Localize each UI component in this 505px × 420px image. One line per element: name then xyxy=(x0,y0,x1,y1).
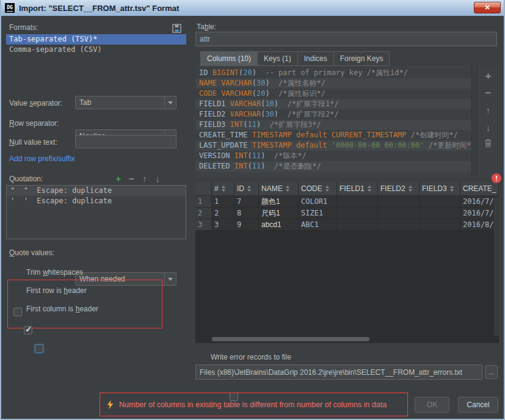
grid-header-name[interactable]: NAME xyxy=(259,182,299,195)
value-separator-label: Value separator: xyxy=(9,99,62,107)
add-icon[interactable]: + xyxy=(483,70,494,82)
grid-cell[interactable]: 8 xyxy=(234,208,259,219)
trim-whitespaces-label: Trim whitespaces xyxy=(26,268,83,277)
grid-cell[interactable]: abcd1 xyxy=(259,219,299,230)
column-ddl-row[interactable]: CODE VARCHAR(20) /*属性标识*/ xyxy=(195,89,471,99)
column-ddl-row[interactable]: VERSION INT(11) /*版本*/ xyxy=(195,151,471,161)
add-row-prefix-suffix-link[interactable]: Add row prefix/suffix xyxy=(9,154,75,163)
grid-header-field2[interactable]: FIELD2 xyxy=(378,182,420,195)
add-icon[interactable]: + xyxy=(113,173,124,184)
grid-vertical-scrollbar[interactable] xyxy=(494,197,499,336)
tab-keys-1-[interactable]: Keys (1) xyxy=(258,51,298,66)
vertical-scrollbar[interactable] xyxy=(471,66,478,177)
window-title: Import: "SELECT__FROM_attr.tsv" Format xyxy=(19,4,179,13)
table-structure-tabs: Columns (10)Keys (1)IndicesForeign Keys xyxy=(200,51,390,66)
data-preview-grid: #IDNAMECODEFIELD1FIELD2FIELD3CREATE_ 117… xyxy=(195,182,499,343)
table-name-input[interactable]: attr xyxy=(195,32,497,46)
column-ddl-row[interactable]: LAST_UPDATE TIMESTAMP default '0000-00-0… xyxy=(195,140,471,151)
grid-cell[interactable] xyxy=(337,219,378,230)
sort-icon xyxy=(286,186,289,192)
dialog-body: Formats: Tab-separated (TSV)*Comma-separ… xyxy=(1,16,504,419)
close-button[interactable]: ✕ xyxy=(474,2,501,13)
tab-foreign-keys[interactable]: Foreign Keys xyxy=(334,51,390,66)
grid-corner xyxy=(195,182,212,195)
columns-toolbar: + − ↑ ↓ xyxy=(478,66,499,177)
move-up-icon[interactable]: ↑ xyxy=(139,173,150,184)
chevron-down-icon xyxy=(164,96,176,109)
column-ddl-row[interactable]: FIELD2 VARCHAR(30) /*扩展字段2*/ xyxy=(195,109,471,120)
move-up-icon[interactable]: ↑ xyxy=(483,104,494,117)
save-format-icon[interactable] xyxy=(172,24,181,33)
grid-cell[interactable] xyxy=(378,208,420,219)
grid-cell[interactable]: ABC1 xyxy=(299,219,337,230)
grid-horizontal-scrollbar[interactable] xyxy=(195,336,499,342)
first-column-header-checkbox[interactable] xyxy=(35,344,43,353)
grid-cell[interactable] xyxy=(337,208,378,219)
grid-header-row: #IDNAMECODEFIELD1FIELD2FIELD3CREATE_ xyxy=(195,182,499,196)
column-ddl-row[interactable]: FIELD1 VARCHAR(10) /*扩展字段1*/ xyxy=(195,99,471,109)
chevron-down-icon xyxy=(164,273,176,285)
cancel-button[interactable]: Cancel xyxy=(458,397,498,413)
grid-cell[interactable] xyxy=(420,219,460,230)
ok-button[interactable]: OK xyxy=(415,397,449,413)
sort-icon xyxy=(409,186,412,192)
scrollbar-thumb[interactable] xyxy=(212,337,369,341)
value-separator-select[interactable]: Tab xyxy=(75,96,176,109)
grid-cell[interactable] xyxy=(378,219,420,230)
error-file-path-input[interactable]: Files (x86)\JetBrains\DataGrip 2016.2\jr… xyxy=(195,364,482,380)
table-label: Table: xyxy=(197,23,216,31)
grid-cell[interactable]: 7 xyxy=(234,196,259,207)
value-separator-value: Tab xyxy=(79,98,91,107)
remove-icon[interactable]: − xyxy=(126,173,137,184)
grid-cell[interactable]: 3 xyxy=(212,219,234,230)
format-option[interactable]: Comma-separated (CSV) xyxy=(6,45,186,55)
grid-cell[interactable] xyxy=(420,208,460,219)
grid-cell[interactable]: 2016/7/ xyxy=(460,208,499,219)
tab-columns-10-[interactable]: Columns (10) xyxy=(200,51,258,66)
grid-cell[interactable]: 尺码1 xyxy=(259,208,299,219)
quotation-label: Quotation: xyxy=(9,175,43,183)
column-ddl-row[interactable]: ID BIGINT(20) -- part of primary key /*属… xyxy=(195,68,471,78)
column-ddl-row[interactable]: CREATE_TIME TIMESTAMP default CURRENT_TI… xyxy=(195,130,471,140)
title-bar[interactable]: DG Import: "SELECT__FROM_attr.tsv" Forma… xyxy=(0,0,505,16)
quotation-rule[interactable]: " " Escape: duplicate xyxy=(7,186,186,196)
grid-cell[interactable] xyxy=(337,196,378,207)
grid-cell[interactable]: 颜色1 xyxy=(259,196,299,207)
grid-header-code[interactable]: CODE xyxy=(299,182,337,195)
tab-indices[interactable]: Indices xyxy=(298,51,334,66)
null-value-input[interactable] xyxy=(75,135,176,148)
row-number: 2 xyxy=(195,208,212,219)
grid-cell[interactable]: 9 xyxy=(234,219,259,230)
first-row-header-label: First row is header xyxy=(26,286,87,295)
grid-header-create[interactable]: CREATE_ xyxy=(460,182,499,195)
grid-cell[interactable]: 2 xyxy=(212,208,234,219)
grid-header-id[interactable]: ID xyxy=(234,182,259,195)
quotation-rule[interactable]: ' ' Escape: duplicate xyxy=(7,196,186,206)
first-row-header-checkbox[interactable] xyxy=(24,326,32,335)
row-separator-label: Row separator: xyxy=(9,119,59,128)
grid-header-[interactable]: # xyxy=(212,182,234,195)
write-error-records-label: Write error records to file xyxy=(211,353,291,361)
grid-cell[interactable]: 2016/7/ xyxy=(460,196,499,207)
column-ddl-row[interactable]: NAME VARCHAR(30) /*属性名称*/ xyxy=(195,78,471,89)
format-option[interactable]: Tab-separated (TSV)* xyxy=(6,34,186,45)
grid-cell[interactable] xyxy=(378,196,420,207)
column-ddl-row[interactable]: FIELD3 INT(11) /*扩展字段3*/ xyxy=(195,120,471,130)
grid-header-field3[interactable]: FIELD3 xyxy=(420,182,460,195)
quotation-toolbar: + − ↑ ↓ xyxy=(113,173,163,184)
grid-cell[interactable] xyxy=(420,196,460,207)
grid-cell[interactable]: 1 xyxy=(212,196,234,207)
grid-cell[interactable]: COLOR1 xyxy=(299,196,337,207)
grid-cell[interactable]: 2016/8/ xyxy=(460,219,499,230)
remove-icon[interactable]: − xyxy=(483,87,494,100)
import-format-dialog: DG Import: "SELECT__FROM_attr.tsv" Forma… xyxy=(0,0,505,420)
browse-button[interactable]: ... xyxy=(485,365,498,379)
move-down-icon[interactable]: ↓ xyxy=(152,173,163,184)
trash-icon[interactable] xyxy=(484,138,493,148)
sort-icon xyxy=(325,186,329,192)
grid-header-field1[interactable]: FIELD1 xyxy=(337,182,378,195)
move-down-icon[interactable]: ↓ xyxy=(483,121,494,134)
column-ddl-row[interactable]: DELETED INT(11) /*是否删除*/ xyxy=(195,161,471,172)
grid-row: 228尺码1SIZE12016/7/ xyxy=(195,208,499,219)
grid-cell[interactable]: SIZE1 xyxy=(299,208,337,219)
